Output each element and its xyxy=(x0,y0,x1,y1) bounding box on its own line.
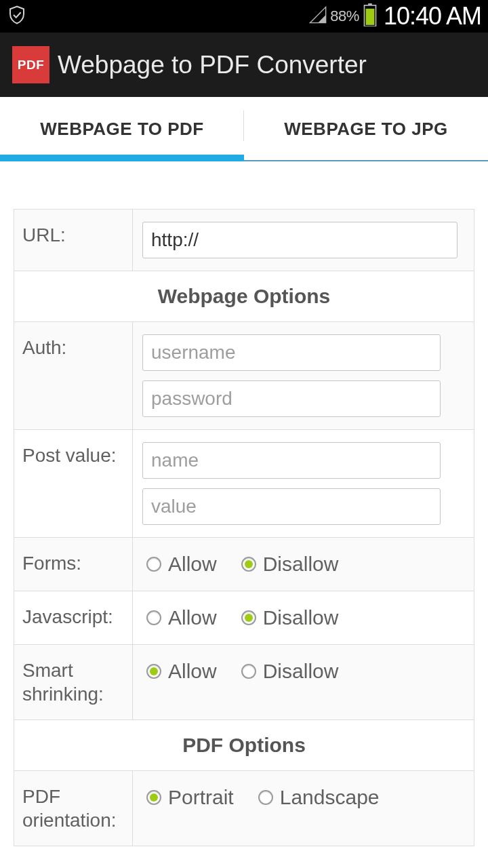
radio-label: Allow xyxy=(168,553,217,576)
row-smart-shrinking: Smart shrinking: Allow Disallow xyxy=(14,645,474,720)
url-input[interactable] xyxy=(142,222,458,258)
radio-label: Disallow xyxy=(263,553,339,576)
forms-label: Forms: xyxy=(14,538,133,591)
javascript-allow-radio[interactable]: Allow xyxy=(146,606,217,629)
tab-bar: WEBPAGE TO PDF WEBPAGE TO JPG xyxy=(0,97,488,161)
smart-shrinking-label: Smart shrinking: xyxy=(14,645,133,719)
app-icon: PDF xyxy=(12,46,49,83)
post-value-label: Post value: xyxy=(14,430,133,537)
row-auth: Auth: xyxy=(14,322,474,430)
radio-icon xyxy=(146,557,161,572)
tab-label: WEBPAGE TO JPG xyxy=(284,119,448,140)
auth-label: Auth: xyxy=(14,322,133,429)
url-label: URL: xyxy=(14,210,133,271)
row-forms: Forms: Allow Disallow xyxy=(14,538,474,591)
row-pdf-orientation: PDF orientation: Portrait Landscape xyxy=(14,771,474,846)
radio-label: Allow xyxy=(168,606,217,629)
radio-label: Disallow xyxy=(263,660,339,683)
tab-webpage-to-pdf[interactable]: WEBPAGE TO PDF xyxy=(0,97,244,161)
forms-disallow-radio[interactable]: Disallow xyxy=(241,553,339,576)
post-name-input[interactable] xyxy=(142,442,441,479)
radio-label: Disallow xyxy=(263,606,339,629)
pdf-orientation-label: PDF orientation: xyxy=(14,771,133,846)
radio-icon xyxy=(241,664,256,679)
app-title: Webpage to PDF Converter xyxy=(58,51,367,79)
tab-webpage-to-jpg[interactable]: WEBPAGE TO JPG xyxy=(244,97,488,161)
radio-icon xyxy=(146,610,161,625)
section-webpage-options: Webpage Options xyxy=(14,271,474,322)
shield-icon xyxy=(7,5,27,28)
battery-percentage: 88% xyxy=(330,7,359,25)
tab-label: WEBPAGE TO PDF xyxy=(40,119,204,140)
app-title-bar: PDF Webpage to PDF Converter xyxy=(0,33,488,97)
radio-label: Portrait xyxy=(168,786,234,809)
tab-indicator xyxy=(244,160,488,161)
options-table: URL: Webpage Options Auth: Post value: F… xyxy=(14,209,474,846)
radio-icon xyxy=(258,790,273,805)
orientation-portrait-radio[interactable]: Portrait xyxy=(146,786,234,809)
signal-icon xyxy=(308,5,327,27)
status-clock: 10:40 AM xyxy=(384,2,481,31)
radio-icon xyxy=(146,664,161,679)
forms-allow-radio[interactable]: Allow xyxy=(146,553,217,576)
radio-icon xyxy=(241,557,256,572)
section-pdf-options: PDF Options xyxy=(14,720,474,771)
radio-label: Landscape xyxy=(280,786,380,809)
row-url: URL: xyxy=(14,210,474,271)
post-value-input[interactable] xyxy=(142,488,441,525)
radio-icon xyxy=(241,610,256,625)
battery-icon xyxy=(363,3,377,29)
status-bar: 88% 10:40 AM xyxy=(0,0,488,33)
orientation-landscape-radio[interactable]: Landscape xyxy=(258,786,380,809)
auth-username-input[interactable] xyxy=(142,334,441,371)
form-content: URL: Webpage Options Auth: Post value: F… xyxy=(0,161,488,846)
row-javascript: Javascript: Allow Disallow xyxy=(14,591,474,645)
svg-rect-2 xyxy=(366,9,375,25)
shrinking-disallow-radio[interactable]: Disallow xyxy=(241,660,339,683)
row-post-value: Post value: xyxy=(14,430,474,538)
radio-icon xyxy=(146,790,161,805)
javascript-disallow-radio[interactable]: Disallow xyxy=(241,606,339,629)
radio-label: Allow xyxy=(168,660,217,683)
shrinking-allow-radio[interactable]: Allow xyxy=(146,660,217,683)
javascript-label: Javascript: xyxy=(14,591,133,644)
auth-password-input[interactable] xyxy=(142,380,441,417)
tab-indicator xyxy=(0,155,244,161)
